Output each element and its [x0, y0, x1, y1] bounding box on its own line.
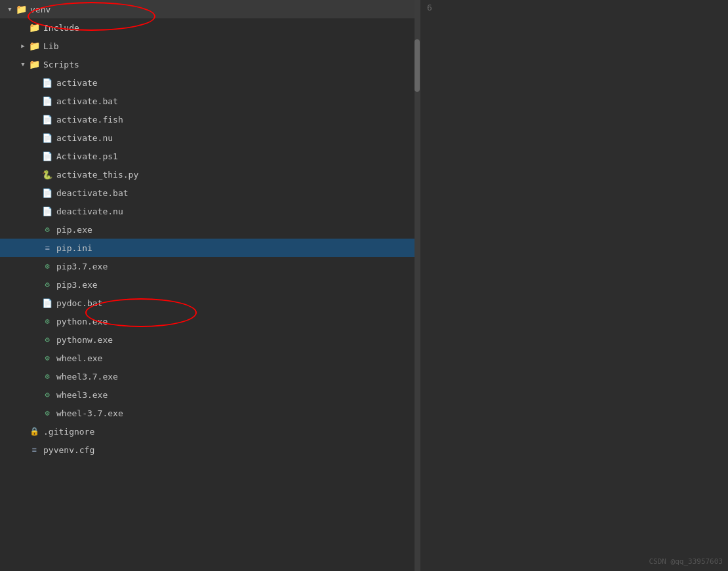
item-label-activate_fish: activate.fish — [56, 115, 123, 125]
file-exe-icon: ⚙ — [41, 333, 54, 346]
tree-item-pip3_exe[interactable]: ⚙ pip3.exe — [0, 275, 420, 294]
item-label-activate_ps1: Activate.ps1 — [56, 151, 118, 161]
folder-icon: 📁 — [28, 21, 41, 34]
tree-item-venv[interactable]: ▼ 📁 venv — [0, 0, 420, 18]
tree-item-pip3_7_exe[interactable]: ⚙ pip3.7.exe — [0, 257, 420, 275]
tree-item-pip_exe[interactable]: ⚙ pip.exe — [0, 220, 420, 239]
chevron-icon: ▼ — [5, 4, 14, 14]
file-explorer[interactable]: ▼ 📁 venv 📁 Include ▶ 📁 Lib ▼ 📁 Scripts 📄… — [0, 0, 420, 571]
folder-icon: 📁 — [14, 3, 28, 16]
folder-icon: 📁 — [28, 58, 41, 71]
tree-item-deactivate_nu[interactable]: 📄 deactivate.nu — [0, 202, 420, 220]
tree-item-scripts[interactable]: ▼ 📁 Scripts — [0, 55, 420, 73]
scrollbar-thumb[interactable] — [415, 39, 420, 92]
line-number: 6 — [427, 3, 432, 12]
item-label-pip_ini: pip.ini — [56, 243, 92, 253]
item-label-pyvenv_cfg: pyvenv.cfg — [43, 445, 94, 455]
tree-item-activate_this_py[interactable]: 🐍 activate_this.py — [0, 165, 420, 184]
tree-item-activate_fish[interactable]: 📄 activate.fish — [0, 110, 420, 128]
tree-item-activate_nu[interactable]: 📄 activate.nu — [0, 128, 420, 147]
file-exe-icon: ⚙ — [41, 278, 54, 291]
item-label-include: Include — [43, 23, 79, 33]
item-label-python_exe: python.exe — [56, 317, 108, 326]
tree-item-activate_ps1[interactable]: 📄 Activate.ps1 — [0, 147, 420, 165]
item-label-deactivate_nu: deactivate.nu — [56, 207, 123, 216]
item-label-pip3_7_exe: pip3.7.exe — [56, 262, 108, 271]
file-exe-icon: ⚙ — [41, 223, 54, 236]
file-python-icon: 🐍 — [41, 168, 54, 181]
item-label-wheel3_exe: wheel3.exe — [56, 390, 108, 400]
file-text-icon: 📄 — [41, 76, 54, 89]
item-label-activate_nu: activate.nu — [56, 133, 113, 143]
item-label-wheel_exe: wheel.exe — [56, 353, 102, 363]
folder-icon: 📁 — [28, 39, 41, 52]
tree-item-wheel3_7_exe[interactable]: ⚙ wheel3.7.exe — [0, 367, 420, 385]
file-ini-icon: ≡ — [41, 241, 54, 254]
tree-item-wheel3_exe[interactable]: ⚙ wheel3.exe — [0, 385, 420, 404]
editor-area: 6 CSDN @qq_33957603 — [420, 0, 728, 571]
tree-item-include[interactable]: 📁 Include — [0, 18, 420, 37]
tree-item-pydoc_bat[interactable]: 📄 pydoc.bat — [0, 294, 420, 312]
file-text-icon: 📄 — [41, 296, 54, 309]
item-label-lib: Lib — [43, 41, 58, 51]
file-exe-icon: ⚙ — [41, 260, 54, 273]
file-text-icon: 📄 — [41, 205, 54, 218]
item-label-pip3_exe: pip3.exe — [56, 280, 98, 290]
tree-item-pyvenv_cfg[interactable]: ≡ pyvenv.cfg — [0, 441, 420, 459]
tree-item-gitignore[interactable]: 🔒 .gitignore — [0, 422, 420, 441]
file-text-icon: 📄 — [41, 186, 54, 199]
item-label-wheel3_7_exe: wheel3.7.exe — [56, 372, 118, 382]
item-label-activate_bat: activate.bat — [56, 96, 118, 106]
file-text-icon: 📄 — [41, 149, 54, 163]
item-label-deactivate_bat: deactivate.bat — [56, 188, 129, 198]
tree-item-wheel_exe[interactable]: ⚙ wheel.exe — [0, 349, 420, 367]
tree-item-deactivate_bat[interactable]: 📄 deactivate.bat — [0, 184, 420, 202]
item-label-pythonw_exe: pythonw.exe — [56, 335, 113, 345]
item-label-pydoc_bat: pydoc.bat — [56, 298, 102, 308]
item-label-activate: activate — [56, 78, 98, 88]
item-label-venv: venv — [30, 5, 51, 14]
tree-item-lib[interactable]: ▶ 📁 Lib — [0, 37, 420, 55]
file-text-icon: 📄 — [41, 113, 54, 126]
file-ini-icon: ≡ — [28, 443, 41, 456]
file-exe-icon: ⚙ — [41, 370, 54, 383]
scrollbar[interactable] — [415, 0, 420, 571]
chevron-icon: ▶ — [18, 41, 28, 51]
tree-item-wheel_3_7_exe[interactable]: ⚙ wheel-3.7.exe — [0, 404, 420, 422]
item-label-wheel_3_7_exe: wheel-3.7.exe — [56, 408, 123, 418]
item-label-activate_this_py: activate_this.py — [56, 170, 138, 180]
file-text-icon: 📄 — [41, 94, 54, 108]
chevron-icon: ▼ — [18, 59, 28, 69]
tree-item-python_exe[interactable]: ⚙ python.exe — [0, 312, 420, 330]
file-exe-icon: ⚙ — [41, 406, 54, 420]
file-text-icon: 📄 — [41, 131, 54, 144]
tree-item-activate[interactable]: 📄 activate — [0, 73, 420, 92]
tree-item-pythonw_exe[interactable]: ⚙ pythonw.exe — [0, 330, 420, 349]
item-label-gitignore: .gitignore — [43, 427, 94, 437]
item-label-scripts: Scripts — [43, 60, 79, 69]
item-label-pip_exe: pip.exe — [56, 225, 92, 235]
file-exe-icon: ⚙ — [41, 351, 54, 364]
tree-item-activate_bat[interactable]: 📄 activate.bat — [0, 92, 420, 110]
file-exe-icon: ⚙ — [41, 315, 54, 328]
watermark: CSDN @qq_33957603 — [649, 557, 723, 566]
file-lock-icon: 🔒 — [28, 425, 41, 438]
tree-item-pip_ini[interactable]: ≡ pip.ini — [0, 239, 420, 257]
file-exe-icon: ⚙ — [41, 388, 54, 401]
